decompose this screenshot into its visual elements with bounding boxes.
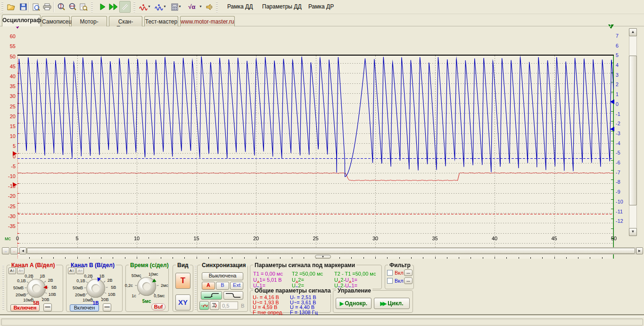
math-sqrt-button[interactable]: √α — [185, 1, 199, 13]
filter-a-label: Вкл — [395, 270, 404, 276]
channel-a-coupling-ac-button[interactable]: A≈ — [17, 268, 25, 274]
tab-2[interactable]: Самописец — [41, 16, 70, 26]
math-dropdown[interactable]: ▼ — [198, 5, 203, 9]
calculator-dropdown[interactable]: ▼ — [178, 5, 182, 9]
marker-params-group: Параметры сигнала под маркерами T1 = 0,0… — [250, 265, 382, 289]
rising-edge-icon — [204, 293, 220, 298]
channel-b-coupling-dc-button[interactable]: A↕ — [68, 268, 75, 274]
erase-button[interactable] — [119, 1, 131, 13]
sound-button[interactable] — [204, 1, 215, 13]
timebase-title: Время (с/дел) — [129, 262, 170, 269]
toolbar-grip[interactable] — [91, 2, 93, 12]
start-cycle-button[interactable] — [108, 1, 119, 13]
marker-1-goto-button[interactable]: .. — [2, 247, 9, 254]
print-button[interactable] — [41, 1, 53, 13]
channel-b-wave-dropdown[interactable]: ▼ — [163, 5, 167, 9]
y-right-tick-label: -2 — [616, 121, 620, 126]
scroll-up-button[interactable]: ▲ — [629, 28, 637, 36]
tab-6[interactable]: www.motor-master.ru — [180, 16, 235, 26]
play-cycle-icon: ▶▶ — [380, 301, 385, 307]
toolbar-grip[interactable] — [133, 2, 135, 12]
knob-scale-label: 20В — [42, 297, 50, 302]
channel-a-wave-dropdown[interactable]: ▼ — [147, 5, 151, 9]
sync-mode-auto-button[interactable] — [199, 301, 209, 310]
knob-selected-value: 5В — [33, 301, 40, 306]
knob-pointer[interactable] — [43, 285, 48, 290]
y-left-tick-label: -30 — [3, 213, 16, 219]
buffer-button[interactable]: Buf — [151, 303, 165, 310]
sync-mode-level-button[interactable] — [210, 301, 219, 310]
zoom-vertical-button[interactable] — [55, 1, 66, 13]
panel-grip[interactable] — [2, 265, 4, 310]
save-button[interactable] — [17, 1, 29, 13]
horizontal-scroll-thumb[interactable] — [27, 248, 635, 254]
menu-parametry-dd[interactable]: Параметры ДД — [260, 3, 304, 11]
status-bar — [0, 317, 644, 326]
channel-a-trigger-marker[interactable] — [13, 182, 17, 187]
knob-tick — [104, 281, 106, 282]
sync-rising-edge-button[interactable] — [201, 291, 222, 300]
falling-edge-icon — [225, 293, 241, 298]
sync-level-input[interactable] — [220, 302, 238, 310]
open-file-button[interactable] — [6, 1, 17, 13]
toolbar-grip[interactable] — [216, 2, 218, 12]
filter-a-checkbox[interactable] — [387, 270, 393, 276]
knob-tick — [26, 282, 28, 283]
knob-scale-label: 5В — [51, 285, 57, 290]
channel-b-coupling-ac-button[interactable]: A≈ — [76, 268, 84, 274]
status-bar-panel — [1, 318, 643, 326]
tab-4[interactable]: Скан-Тестер — [109, 16, 142, 26]
toolbar-grip[interactable] — [1, 2, 3, 12]
print-preview-button[interactable] — [30, 1, 41, 13]
marker-2-goto-button[interactable]: .. — [10, 247, 18, 254]
channel-b-invert-button[interactable]: — — [103, 303, 111, 311]
wave-blue-icon — [155, 3, 163, 11]
scroll-right-button[interactable]: ► — [636, 247, 643, 254]
channel-a-zero-marker[interactable] — [13, 151, 17, 156]
channel-b-zero-marker[interactable] — [610, 99, 614, 104]
y-right-tick-label: -1 — [616, 111, 620, 117]
y-right-tick-label: -9 — [616, 189, 620, 195]
y-left-tick-label: 40 — [3, 73, 16, 79]
view-xy-button[interactable]: XY — [175, 294, 190, 310]
y-left-tick-label: -20 — [3, 193, 16, 199]
zoom-page-button[interactable] — [78, 1, 89, 13]
sync-falling-edge-button[interactable] — [223, 291, 243, 300]
marker-2-handle[interactable]: 2 — [608, 24, 614, 29]
y-right-tick-label: 2 — [616, 82, 619, 87]
scroll-left-button[interactable]: ◄ — [19, 247, 26, 254]
scroll-down-button[interactable]: ▼ — [629, 228, 637, 236]
filter-b-checkbox[interactable] — [387, 278, 393, 284]
sync-source-b-button[interactable]: B — [216, 282, 229, 290]
tab-1[interactable]: Осциллограф — [2, 15, 41, 26]
channel-b-trigger-marker[interactable] — [610, 127, 614, 131]
menu-ramka-dd[interactable]: Рамка ДД — [225, 3, 255, 11]
scope-area: 605550454035302520151050-5-10-15-20-25-3… — [0, 26, 644, 247]
channel-a-coupling-dc-button[interactable]: A↕ — [8, 268, 16, 274]
zoom-horizontal-button[interactable] — [66, 1, 78, 13]
vertical-scroll-thumb[interactable] — [629, 56, 637, 205]
tab-5[interactable]: Тест-мастер — [144, 16, 178, 26]
knob-scale-label: 20мВ — [16, 293, 26, 297]
collapse-panel-button[interactable]: ▼ — [315, 255, 331, 259]
filter-a-more-button[interactable]: ... — [404, 269, 413, 276]
tab-3[interactable]: Мотор-тестер — [71, 16, 107, 26]
view-group: Вид T XY — [173, 265, 193, 312]
sync-off-button[interactable]: Выключена — [202, 272, 243, 280]
start-button[interactable] — [97, 1, 108, 13]
single-shot-button[interactable]: ▶ Однокр. — [336, 298, 372, 309]
filter-b-more-button[interactable]: ... — [404, 277, 413, 284]
sync-auto-icon — [201, 303, 208, 309]
panel-grip[interactable] — [195, 265, 197, 310]
knob-scale-label: 1В — [99, 274, 104, 278]
cycle-button[interactable]: ▶▶ Цикл. — [374, 298, 410, 309]
y-right-tick-label: 3 — [616, 72, 619, 78]
knob-scale-label: 2В — [48, 278, 53, 283]
sync-source-a-button[interactable]: A — [202, 282, 215, 290]
knob-tick — [26, 293, 28, 294]
channel-a-invert-button[interactable]: — — [43, 303, 52, 311]
menu-ramka-dr[interactable]: Рамка ДР — [306, 3, 336, 11]
sync-source-ext-button[interactable]: Ext — [230, 282, 243, 290]
common-param-value: F = 1308 Гц — [290, 310, 318, 315]
view-time-button[interactable]: T — [175, 273, 190, 289]
